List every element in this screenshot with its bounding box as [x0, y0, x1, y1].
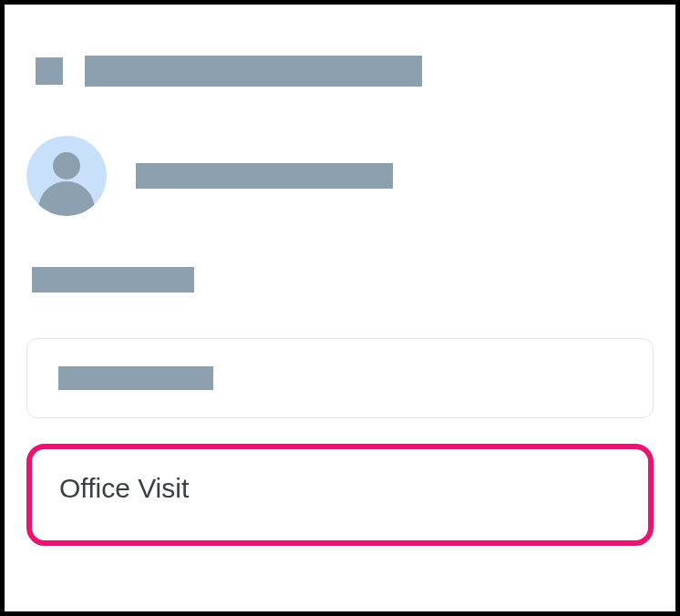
person-icon	[53, 152, 80, 180]
option-office-visit[interactable]: Office Visit	[26, 444, 654, 546]
option-label: Office Visit	[59, 473, 189, 503]
type-field-value	[58, 366, 213, 390]
avatar	[26, 136, 107, 216]
section-label	[32, 267, 194, 293]
page-title	[85, 56, 422, 87]
back-icon[interactable]	[36, 57, 63, 85]
type-field[interactable]	[26, 338, 654, 418]
person-icon-body	[38, 181, 95, 216]
user-name	[136, 163, 393, 189]
header-row	[26, 30, 654, 87]
user-row	[26, 136, 654, 216]
